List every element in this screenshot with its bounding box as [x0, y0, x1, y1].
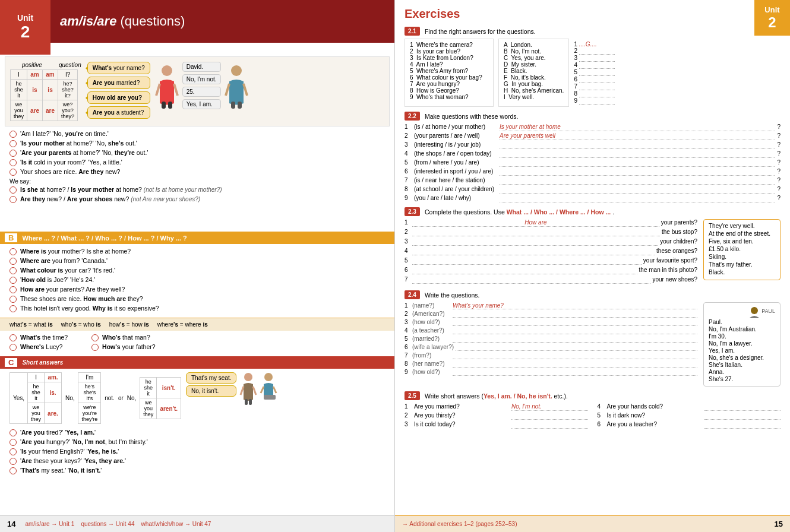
- ex23-instruction: Complete the questions. Use What ... / W…: [425, 208, 614, 216]
- bullet-a1: [10, 131, 17, 138]
- ex24-rows: 1 (name?) What's your name? 2 (American?…: [405, 302, 697, 387]
- ex-c-5: 'That's my seat.' 'No, it isn't.': [10, 467, 385, 474]
- page-num-left: 14: [7, 520, 15, 528]
- exercises-title: Exercises: [405, 7, 780, 21]
- ex24-header: 2.4 Write the questions.: [405, 290, 780, 299]
- girl-figure: [154, 65, 180, 109]
- ex21-badge: 2.1: [405, 27, 420, 36]
- cell-weythey2: we?you?they?: [58, 100, 78, 121]
- ce-bullet1: [10, 334, 17, 341]
- nav-link-1[interactable]: am/is/are → Unit 1: [25, 521, 74, 527]
- ex24-row-7: 7 (from?): [405, 352, 697, 359]
- unit-badge-right: Unit 2: [754, 0, 790, 36]
- ex24-row-5: 5 (married?): [405, 335, 697, 343]
- page-num-right: 15: [775, 520, 783, 528]
- contraction-ex-1: What's the time?: [10, 334, 68, 341]
- c-bullet2: [10, 439, 17, 446]
- sa-table-2: I'm he'sshe'sit's we'reyou'rethey're: [78, 372, 101, 424]
- ex21-answers-list: A London. B No, I'm not. C Yes, you are.…: [498, 39, 569, 107]
- svg-rect-13: [245, 399, 248, 405]
- ex22-row-3: 3 (interesting / is / your job) ?: [405, 141, 780, 149]
- section-c-content: Yes, I am. hesheit is. weyouthey are. No…: [0, 369, 394, 426]
- ex21-q3: 3 Is Kate from London?: [410, 55, 488, 61]
- reply-1: David.: [182, 62, 221, 72]
- ex-b-2: Where are you from? 'Canada.': [10, 257, 385, 265]
- reply-3: 25.: [182, 87, 221, 97]
- svg-line-2: [174, 84, 178, 96]
- examples-a: 'Am I late?' 'No, you're on time.' 'Is y…: [0, 126, 394, 207]
- table-headers: positive question: [10, 62, 81, 68]
- example-a-5: Your shoes are nice. Are they new?: [10, 168, 385, 176]
- note-a-2: Are they new? / Are your shoes new? (not…: [10, 195, 385, 203]
- contraction-hows: how's = how is: [109, 321, 149, 328]
- ex23-ans-3: Five, six and ten.: [709, 238, 775, 245]
- c-bullet1: [10, 429, 17, 436]
- header-positive: positive: [22, 62, 42, 68]
- header-question: question: [59, 62, 81, 68]
- svg-line-16: [261, 387, 264, 393]
- additional-exercises-link[interactable]: → Additional exercises 1–2 (pages 252–53…: [402, 521, 517, 527]
- ex21-q4: 4 Am I late?: [410, 61, 488, 68]
- unit-number-left: 2: [21, 23, 30, 42]
- paul-ans-6: No, she's a designer.: [709, 354, 775, 361]
- example-a-4: 'Is it cold in your room?' 'Yes, a littl…: [10, 159, 385, 166]
- ex24-answers-box: PAUL Paul. No, I'm Australian. I'm 30. N…: [703, 302, 780, 387]
- ex24-row-3: 3 (how old?): [405, 319, 697, 326]
- ex25-row-2: 2 Are you thirsty?: [405, 412, 588, 420]
- cell-are2: are: [43, 100, 58, 121]
- short-answers-tables: Yes, I am. hesheit is. weyouthey are. No…: [10, 372, 181, 424]
- ex22-row-9: 9 (you / are / late / why) ?: [405, 195, 780, 202]
- contraction-whos: who's = who is: [61, 321, 101, 328]
- ex21-questions: 1 Where's the camera? 2 Is your car blue…: [405, 39, 494, 107]
- ex21-q1: 1 Where's the camera?: [410, 42, 488, 48]
- svg-point-19: [751, 307, 758, 314]
- ex21-a-B: B No, I'm not.: [504, 48, 564, 55]
- sa-table-1: Yes, I am. hesheit is. weyouthey are.: [10, 372, 62, 424]
- ex23-row-2: 2 the bus stop?: [405, 229, 697, 236]
- bubble-3: How old are you?: [87, 91, 150, 104]
- ex21-f6: 6: [574, 76, 621, 83]
- ex-c-4: 'Are these your keys?' 'Yes, they are.': [10, 457, 385, 465]
- section-b-header: Where ... ? / What ... ? / Who ... ? / H…: [22, 235, 187, 242]
- ex22-row-4: 4 (the shops / are / open today) ?: [405, 150, 780, 158]
- ex25-row-1: 1 Are you married? No, I'm not.: [405, 403, 588, 411]
- ce-bullet2: [10, 344, 17, 351]
- ex21-a-C: C Yes, you are.: [504, 55, 564, 61]
- svg-point-10: [244, 373, 252, 381]
- bubble-2: Are you married?: [87, 77, 150, 89]
- exercise-24: 2.4 Write the questions. 1 (name?) What'…: [405, 290, 780, 387]
- ex23-ans-5: Skiing.: [709, 254, 775, 260]
- section-b-bar: B Where ... ? / What ... ? / Who ... ? /…: [0, 232, 394, 244]
- nav-link-2[interactable]: questions → Unit 44: [81, 521, 134, 527]
- replies-col: David. No, I'm not. 25. Yes, I am.: [182, 62, 221, 109]
- ex22-row-8: 8 (at school / are / your children) ?: [405, 186, 780, 194]
- grammar-table: I am am I? hesheit is is he?she?it?: [10, 69, 78, 121]
- nav-link-3[interactable]: what/which/how → Unit 47: [141, 521, 211, 527]
- ex23-badge: 2.3: [405, 207, 420, 216]
- ex22-badge: 2.2: [405, 112, 420, 121]
- ex-b-3: What colour is your car? 'It's red.': [10, 267, 385, 274]
- contraction-whats: what's = what is: [10, 321, 53, 328]
- ex-b-7: This hotel isn't very good. Why is it so…: [10, 305, 385, 312]
- svg-line-11: [241, 387, 244, 395]
- ex21-instruction: Find the right answers for the questions…: [425, 28, 536, 35]
- ex21-q8: 8 How is George?: [410, 87, 488, 94]
- note-a-1: Is she at home? / Is your mother at home…: [10, 186, 385, 194]
- ex24-row-9: 9 (how old?): [405, 369, 697, 376]
- ex21-q2: 2 Is your car blue?: [410, 48, 488, 55]
- ex22-row-2: 2 (your parents / are / well) Are your p…: [405, 132, 780, 140]
- example-a-2: 'Is your mother at home?' 'No, she's out…: [10, 140, 385, 147]
- bullet-a2: [10, 140, 17, 147]
- ex23-content: 1 How are your parents? 2 the bus stop? …: [405, 219, 780, 286]
- ex23-row-7: 7 your new shoes?: [405, 276, 697, 284]
- ex25-badge: 2.5: [405, 391, 420, 400]
- c-bullet4: [10, 458, 17, 465]
- paul-ans-5: Yes, I am.: [709, 347, 775, 354]
- b-bullet7: [10, 305, 17, 312]
- contractions-row: what's = what is who's = who is how's = …: [0, 318, 394, 331]
- cell-is2: is: [43, 80, 58, 100]
- ex23-ans-1: They're very well.: [709, 223, 775, 229]
- grammar-table-area: positive question I am am I? hesheit is: [10, 62, 81, 121]
- ex21-a-A: A London.: [504, 42, 564, 48]
- ex25-instruction: Write short answers (Yes, I am. / No, he…: [425, 392, 568, 400]
